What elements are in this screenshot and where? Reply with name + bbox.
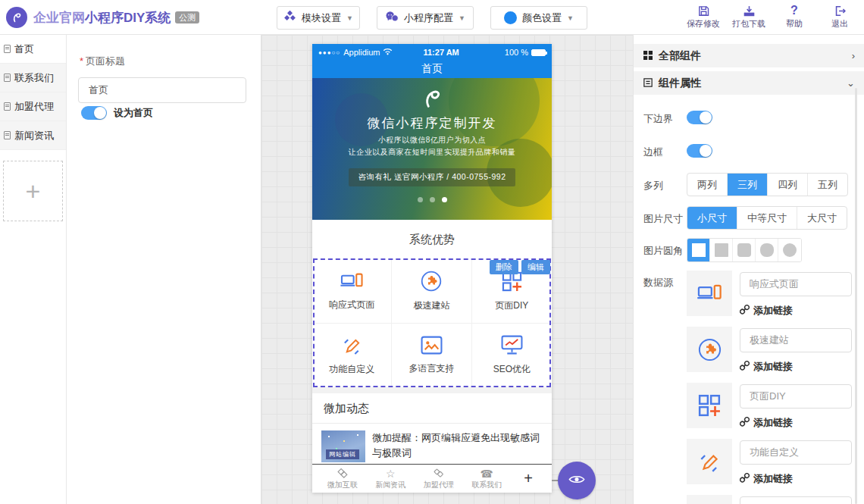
add-link-button[interactable]: 添加链接 [740,360,793,374]
bottom-border-toggle[interactable] [687,111,712,124]
color-settings-menu[interactable]: 颜色设置 ▼ [490,6,587,30]
img-size-large[interactable]: 大尺寸 [797,207,847,229]
link-icon [740,361,750,373]
add-link-button[interactable]: 添加链接 [740,472,793,486]
hero-banner-component[interactable]: 微信小程序定制开发 小程序以微信8亿用户为切入点 让企业以及商家在短时间里实现提… [312,78,552,220]
data-source-item: 添加链接 [687,327,855,374]
preview-eye-button[interactable] [558,462,596,499]
feature-seo[interactable]: SEO优化 [472,324,552,387]
img-radius-options [687,238,802,262]
item-name-input[interactable] [740,328,852,352]
set-home-toggle[interactable] [81,106,107,120]
page-settings-panel: *页面标题 设为首页 [67,35,261,504]
phone-tabbar: 微加互联 ☆ 新闻资讯 加盟代理 ☎ 联系我们 + [312,464,552,493]
component-props-header[interactable]: 组件属性 ⌄ [634,71,864,95]
tab-contact[interactable]: ☎ 联系我们 [463,468,512,490]
diy-builder-app: 企业官网小程序DIY系统公测 模块设置 ▼ 小程序配置 ▼ 颜色设置 ▼ 保存修… [0,0,864,504]
radius-option-4[interactable] [778,239,801,261]
page-title-input[interactable] [78,77,246,103]
sidebar-item-label: 加盟代理 [14,100,54,114]
page-title: 企业官网小程序DIY系统公测 [33,9,199,27]
save-button[interactable]: 保存修改 [687,3,720,30]
radius-option-1[interactable] [710,239,733,261]
tabbar-add-button[interactable]: + [511,470,546,487]
feature-custom[interactable]: 功能自定义 [312,324,392,387]
delete-button[interactable]: 删除 [490,260,518,274]
thumbnail-caption: 网站编辑 [326,449,359,459]
module-settings-menu[interactable]: 模块设置 ▼ [277,6,360,30]
feature-responsive[interactable]: 响应式页面 [312,260,392,324]
caret-down-icon: ▼ [567,14,574,22]
news-item-title: 微加提醒：网页编辑应避免出现敏感词与极限词 [372,430,544,462]
columns-option-5[interactable]: 五列 [808,174,847,196]
phone-nav-title: 首页 [312,61,552,78]
help-label: 帮助 [786,18,803,30]
brand-logo-icon [6,7,27,28]
radius-option-2[interactable] [733,239,756,261]
phone-preview: ●●●○○ Applidium 11:27 AM 100 % 首页 微信小程序定… [312,44,552,493]
item-name-input[interactable] [740,384,852,409]
section-divider [312,387,552,393]
chevron-down-icon: ⌄ [847,77,855,89]
page-icon [4,74,11,82]
sidebar-item-home[interactable]: 首页 [0,35,66,64]
set-home-label: 设为首页 [114,106,153,120]
app-title-main: 小程序DIY系统 [85,11,171,25]
border-label: 边框 [643,146,663,159]
img-size-small[interactable]: 小尺寸 [687,207,737,229]
news-list-item[interactable]: 网站编辑 微加提醒：网页编辑应避免出现敏感词与极限词 [312,424,552,462]
hero-subtitle-1: 小程序以微信8亿用户为切入点 [312,135,552,146]
carousel-dots [312,197,552,202]
add-link-button[interactable]: 添加链接 [740,304,793,318]
miniapp-config-menu[interactable]: 小程序配置 ▼ [377,6,474,30]
columns-option-2[interactable]: 两列 [687,174,728,196]
item-name-input[interactable] [740,496,852,504]
columns-option-4[interactable]: 四列 [768,174,808,196]
news-section-title[interactable]: 微加动态 [312,393,552,424]
sidebar-item-label: 新闻资讯 [14,129,54,142]
item-name-input[interactable] [740,272,852,296]
exit-label: 退出 [831,18,848,30]
download-button[interactable]: 打包下载 [732,3,765,30]
editor-canvas: ●●●○○ Applidium 11:27 AM 100 % 首页 微信小程序定… [261,35,633,504]
battery-icon [531,49,546,56]
link-icon [740,305,750,317]
puzzle-icon [421,271,442,294]
app-logo: 企业官网小程序DIY系统公测 [6,7,199,28]
img-size-segmented-control: 小尺寸 中等尺寸 大尺寸 [687,206,847,230]
wechat-icon [385,11,399,25]
feature-multilang[interactable]: 多语言支持 [392,324,471,387]
signal-dots-icon: ●●●○○ [318,49,340,56]
edit-button[interactable]: 编辑 [521,260,550,274]
img-size-medium[interactable]: 中等尺寸 [737,207,797,229]
tab-news[interactable]: ☆ 新闻资讯 [367,468,415,490]
save-label: 保存修改 [687,18,720,30]
feature-fastbuild[interactable]: 极速建站 [392,260,471,324]
color-settings-label: 颜色设置 [522,11,562,25]
tab-agency[interactable]: 加盟代理 [415,468,463,490]
help-button[interactable]: ? 帮助 [778,3,811,30]
bottom-border-label: 下边界 [643,112,673,126]
tab-weijia[interactable]: 微加互联 [318,468,367,490]
sidebar-item-agency[interactable]: 加盟代理 [0,92,66,121]
radius-option-0[interactable] [687,239,710,261]
border-toggle[interactable] [687,144,712,158]
panel-scrollbar[interactable] [855,88,857,504]
plus-icon: + [26,177,41,206]
module-settings-label: 模块设置 [302,11,341,25]
sidebar-item-contact[interactable]: 联系我们 [0,64,66,92]
miniapp-config-label: 小程序配置 [404,11,453,25]
add-page-button[interactable]: + [3,161,63,221]
exit-button[interactable]: 退出 [823,3,856,30]
columns-label: 多列 [643,179,663,193]
properties-panel: 全部组件 › 组件属性 ⌄ 下边界 边框 多列 两列 三列 四列 五列 图片尺寸… [633,35,864,504]
feature-grid-component[interactable]: 删除 编辑 响应式页面 极速建站 页面DIY [312,260,552,387]
columns-option-3[interactable]: 三列 [728,174,768,196]
data-source-item: 添加链接 [687,383,855,430]
sidebar-item-news[interactable]: 新闻资讯 [0,121,66,150]
cubes-icon [283,11,296,26]
radius-option-3[interactable] [756,239,778,261]
add-link-button[interactable]: 添加链接 [740,416,793,430]
all-components-header[interactable]: 全部组件 › [634,44,864,67]
item-name-input[interactable] [740,440,852,465]
